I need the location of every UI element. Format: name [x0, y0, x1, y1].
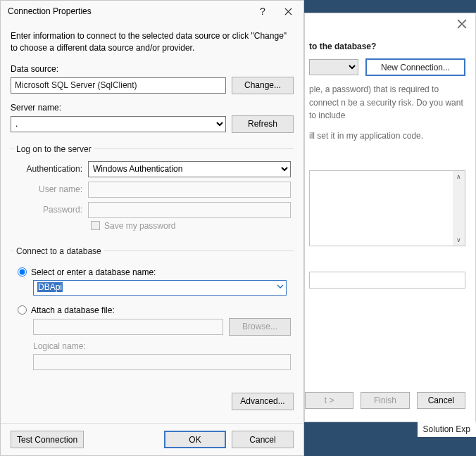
wizard-heading: to the database?	[309, 42, 465, 51]
logical-name-label: Logical name:	[33, 341, 291, 351]
save-password-label: Save my password	[104, 221, 175, 231]
authentication-select[interactable]: Windows Authentication	[88, 161, 291, 177]
connection-select[interactable]	[309, 59, 358, 75]
radio-attach-file-label: Attach a database file:	[31, 305, 115, 315]
cancel-button[interactable]: Cancel	[232, 431, 294, 448]
cancel-button-wizard[interactable]: Cancel	[417, 392, 465, 409]
ok-button[interactable]: OK	[164, 431, 226, 448]
close-icon[interactable]	[457, 19, 467, 31]
new-connection-button[interactable]: New Connection...	[365, 58, 465, 76]
finish-button: Finish	[361, 392, 409, 409]
change-button[interactable]: Change...	[232, 77, 294, 94]
authentication-label: Authentication:	[18, 164, 82, 174]
app-background-strip-top	[304, 0, 476, 13]
advanced-button[interactable]: Advanced...	[232, 393, 294, 410]
logon-legend: Log on to the server	[13, 144, 94, 154]
connection-string-box: ∧∨	[309, 170, 465, 246]
test-connection-button[interactable]: Test Connection	[11, 431, 84, 448]
data-source-label: Data source:	[11, 64, 294, 74]
radio-select-db[interactable]	[18, 267, 27, 277]
chevron-down-icon[interactable]	[277, 283, 284, 291]
connect-database-group: Connect to a database Select or enter a …	[11, 246, 294, 374]
logical-name-field	[33, 354, 291, 370]
connect-database-legend: Connect to a database	[13, 246, 104, 256]
username-label: User name:	[18, 184, 82, 194]
browse-button: Browse...	[229, 318, 291, 336]
scrollbar[interactable]: ∧∨	[453, 171, 465, 246]
wizard-textbox[interactable]	[309, 272, 465, 289]
dialog-title: Connection Properties	[8, 6, 250, 16]
wizard-radio-text: ill set it in my application code.	[309, 131, 465, 141]
solution-explorer-tab[interactable]: Solution Exp	[418, 422, 476, 437]
username-field	[88, 182, 291, 198]
radio-select-db-label: Select or enter a database name:	[31, 267, 156, 277]
save-password-checkbox	[91, 221, 100, 230]
connection-properties-dialog: Connection Properties ? Enter informatio…	[0, 0, 304, 456]
password-field	[88, 202, 291, 218]
database-name-combo[interactable]: DBApi	[33, 280, 287, 296]
dialog-footer: Test Connection OK Cancel	[1, 423, 303, 455]
next-button[interactable]: t >	[305, 392, 353, 409]
intro-text: Enter information to connect to the sele…	[11, 30, 294, 54]
logon-group: Log on to the server Authentication: Win…	[11, 144, 294, 235]
wizard-dialog-behind: to the database? New Connection... ple, …	[304, 13, 476, 422]
help-icon[interactable]: ?	[250, 1, 275, 22]
titlebar: Connection Properties ?	[1, 1, 303, 22]
close-icon[interactable]	[275, 1, 301, 22]
password-label: Password:	[18, 205, 82, 215]
wizard-warning-text: ple, a password) that is required to con…	[309, 83, 465, 122]
radio-attach-file[interactable]	[18, 305, 27, 315]
server-name-label: Server name:	[11, 103, 294, 113]
server-name-combo[interactable]: .	[11, 116, 226, 132]
attach-file-field	[33, 319, 223, 335]
database-name-value: DBApi	[37, 282, 63, 292]
refresh-button[interactable]: Refresh	[232, 115, 294, 133]
data-source-field	[11, 77, 226, 94]
